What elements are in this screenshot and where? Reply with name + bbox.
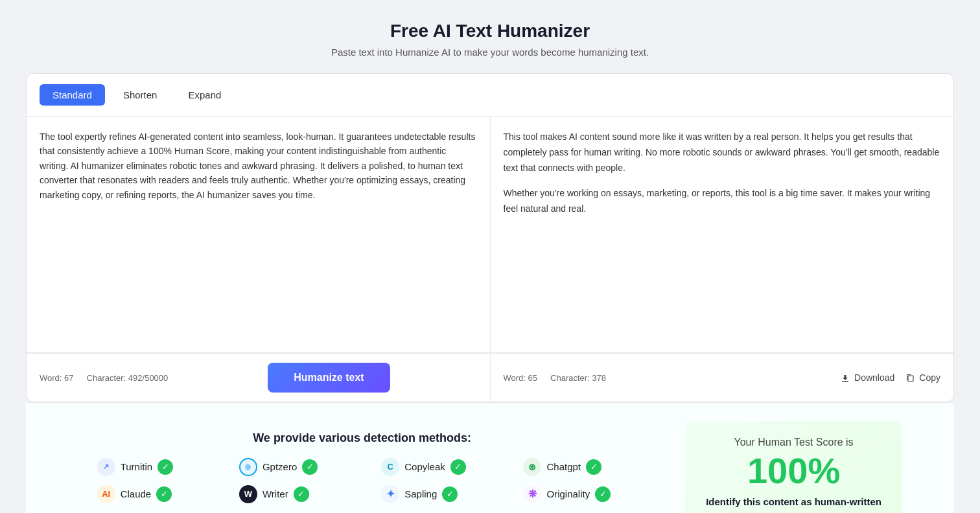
score-value: 100% <box>706 451 881 491</box>
output-text: This tool makes AI content sound more li… <box>504 130 941 217</box>
download-button[interactable]: Download <box>840 372 894 383</box>
footer-actions: Download Copy <box>840 372 940 383</box>
output-char-count: Character: 378 <box>550 373 606 383</box>
chatgpt-check: ✓ <box>586 459 601 475</box>
footer-bar: Word: 67 Character: 492/50000 Humanize t… <box>27 353 953 402</box>
tab-bar: Standard Shorten Expand <box>27 74 953 117</box>
detection-item-originality: ❋ Originality ✓ <box>523 485 627 503</box>
writer-check: ✓ <box>294 486 309 502</box>
input-char-count: Character: 492/50000 <box>87 373 169 383</box>
sapling-icon: ✦ <box>381 485 399 503</box>
copyleak-icon: C <box>381 458 399 476</box>
detection-title: We provide various detection methods: <box>78 431 646 445</box>
output-paragraph-2: Whether you're working on essays, market… <box>504 186 941 217</box>
detection-item-turnitin: ↗ Turnitin ✓ <box>97 458 201 476</box>
score-panel: Your Human Test Score is 100% Identify t… <box>685 421 902 513</box>
copyleak-label: Copyleak <box>404 461 445 472</box>
detection-item-writer: W Writer ✓ <box>239 485 343 503</box>
input-pane: The tool expertly refines AI-generated c… <box>27 117 491 352</box>
score-label: Your Human Test Score is <box>706 437 881 448</box>
detection-item-copyleak: C Copyleak ✓ <box>381 458 485 476</box>
gptzero-label: Gptzero <box>262 461 297 472</box>
score-description: Identify this content as human-written <box>706 496 881 507</box>
download-icon <box>840 372 850 383</box>
detection-row-2: AI Claude ✓ W Writer ✓ ✦ Sapling ✓ <box>78 485 646 503</box>
sapling-check: ✓ <box>442 486 458 502</box>
output-paragraph-1: This tool makes AI content sound more li… <box>504 130 941 176</box>
detection-item-claude: AI Claude ✓ <box>97 485 201 503</box>
detection-item-chatgpt: ⊛ Chatgpt ✓ <box>523 458 627 476</box>
detection-item-sapling: ✦ Sapling ✓ <box>381 485 485 503</box>
originality-icon: ❋ <box>523 485 541 503</box>
footer-input-side: Word: 67 Character: 492/50000 Humanize t… <box>27 354 491 402</box>
humanize-button[interactable]: Humanize text <box>268 363 390 393</box>
chatgpt-icon: ⊛ <box>523 458 541 476</box>
page-subtitle: Paste text into Humanize AI to make your… <box>26 47 954 58</box>
writer-label: Writer <box>262 488 288 499</box>
turnitin-icon: ↗ <box>97 458 115 476</box>
copy-icon <box>905 372 915 383</box>
gptzero-check: ✓ <box>302 459 318 475</box>
originality-check: ✓ <box>595 486 611 502</box>
output-pane: This tool makes AI content sound more li… <box>491 117 954 352</box>
detection-row-1: ↗ Turnitin ✓ ◎ Gptzero ✓ C Copyleak ✓ <box>78 458 646 476</box>
detection-item-gptzero: ◎ Gptzero ✓ <box>239 458 343 476</box>
turnitin-label: Turnitin <box>121 461 152 472</box>
tab-standard[interactable]: Standard <box>40 84 105 106</box>
copy-button[interactable]: Copy <box>905 372 940 383</box>
svg-rect-1 <box>908 376 913 382</box>
tab-expand[interactable]: Expand <box>175 84 234 106</box>
svg-rect-0 <box>842 381 848 382</box>
footer-output-side: Word: 65 Character: 378 Download <box>491 363 954 392</box>
detection-grid: We provide various detection methods: ↗ … <box>78 431 646 512</box>
output-word-count: Word: 65 <box>504 373 538 383</box>
editor-area: The tool expertly refines AI-generated c… <box>27 117 953 353</box>
input-textarea[interactable]: The tool expertly refines AI-generated c… <box>40 130 477 337</box>
writer-icon: W <box>239 485 257 503</box>
claude-icon: AI <box>97 485 115 503</box>
main-card: Standard Shorten Expand The tool expertl… <box>26 73 954 402</box>
sapling-label: Sapling <box>404 488 437 499</box>
detection-section: We provide various detection methods: ↗ … <box>26 402 954 513</box>
page-title: Free AI Text Humanizer <box>26 21 954 41</box>
chatgpt-label: Chatgpt <box>546 461 581 472</box>
copyleak-check: ✓ <box>450 459 466 475</box>
claude-check: ✓ <box>156 486 172 502</box>
claude-label: Claude <box>121 488 152 499</box>
input-word-count: Word: 67 <box>40 373 74 383</box>
tab-shorten[interactable]: Shorten <box>110 84 170 106</box>
originality-label: Originality <box>546 488 590 499</box>
turnitin-check: ✓ <box>158 459 173 475</box>
gptzero-icon: ◎ <box>239 458 257 476</box>
